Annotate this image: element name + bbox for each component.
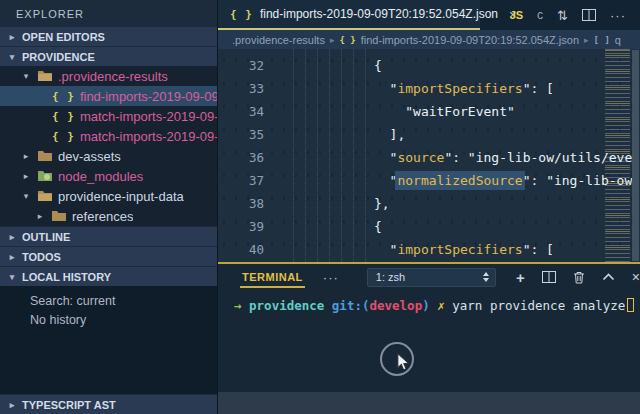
json-file-icon: { } [52, 130, 75, 143]
split-terminal-icon[interactable] [542, 271, 556, 283]
chevron-down-icon: ▾ [6, 272, 18, 282]
prompt-dir: providence [242, 298, 332, 313]
terminal-prompt-line: → providence git:(develop) ✗ yarn provid… [218, 290, 640, 313]
terminal-header: TERMINAL ··· 1: zsh + × [218, 264, 640, 290]
split-editor-icon[interactable] [582, 9, 596, 21]
terminal-actions: + × [516, 270, 640, 285]
tree-item-find-imports[interactable]: { } find-imports-2019-09-09T20... [0, 86, 217, 106]
chevron-down-icon: ▾ [6, 52, 18, 62]
line-number: 35 [218, 123, 280, 146]
terminal-select[interactable]: 1: zsh [367, 268, 496, 287]
bottom-strip [218, 392, 640, 414]
tab-terminal[interactable]: TERMINAL [240, 267, 305, 288]
json-file-icon: { } [339, 35, 355, 45]
vscode-window: EXPLORER ▸ OPEN EDITORS ▾ PROVIDENCE ▾ .… [0, 0, 640, 414]
json-file-icon: { } [230, 8, 253, 21]
breadcrumb-symbol[interactable]: q [615, 34, 621, 46]
tree-item-providence-results[interactable]: ▾ .providence-results [0, 66, 217, 86]
c-icon[interactable]: c [537, 8, 543, 22]
folder-npm-icon [37, 170, 53, 182]
editor-group: { } find-imports-2019-09-09T20:19:52.054… [218, 0, 640, 414]
code-line[interactable]: 35 ], [218, 123, 640, 146]
chevron-right-icon: ▸ [6, 400, 18, 410]
tab-title: find-imports-2019-09-09T20:19:52.054Z.js… [260, 7, 498, 21]
kill-terminal-trash-icon[interactable] [573, 271, 585, 284]
code-line[interactable]: 36 "source": "ing-lib-ow/utils/eve [218, 146, 640, 169]
tab-bar: { } find-imports-2019-09-09T20:19:52.054… [218, 0, 640, 30]
prompt-arrow: → [234, 298, 242, 313]
tree-item-match-imports-1[interactable]: { } match-imports-2019-09-09T... [0, 106, 217, 126]
code-lines: 32 { 33 "importSpecifiers": [ 34 "waitFo… [218, 49, 640, 261]
explorer-sidebar: EXPLORER ▸ OPEN EDITORS ▾ PROVIDENCE ▾ .… [0, 0, 218, 414]
breadcrumb: .providence-results ▸ { } find-imports-2… [218, 30, 640, 49]
new-terminal-icon[interactable]: + [516, 270, 525, 285]
editor-scrollbar[interactable] [631, 50, 640, 261]
highlighted-word: normalizedSource [397, 173, 522, 188]
line-number: 32 [218, 54, 280, 77]
chevron-right-icon: ▸ [20, 151, 32, 161]
local-history-search[interactable]: Search: current [0, 292, 217, 311]
sidebar-spacer [0, 332, 217, 394]
code-line[interactable]: 38 }, [218, 192, 640, 215]
breadcrumb-file[interactable]: find-imports-2019-09-09T20:19:52.054Z.js… [361, 34, 579, 46]
tree-item-node-modules[interactable]: ▸ node_modules [0, 166, 217, 186]
line-number: 40 [218, 238, 280, 261]
file-tree: ▾ .providence-results { } find-imports-2… [0, 66, 217, 226]
chevron-right-icon: ▸ [330, 35, 335, 45]
code-line[interactable]: 34 "waitForEvent" [218, 100, 640, 123]
close-panel-icon[interactable]: × [632, 270, 640, 284]
tree-item-references[interactable]: ▸ references [0, 206, 217, 226]
line-number: 38 [218, 192, 280, 215]
line-number: 36 [218, 146, 280, 169]
minimap[interactable] [605, 49, 630, 262]
line-number: 33 [218, 77, 280, 100]
chevron-down-icon: ▾ [20, 191, 32, 201]
editor-actions: JS c ⇅ ··· [488, 0, 640, 30]
section-todos[interactable]: ▸ TODOS [0, 246, 217, 266]
more-actions-icon[interactable]: ··· [610, 8, 626, 23]
folder-open-icon [37, 190, 53, 202]
json-file-icon: { } [52, 110, 75, 123]
code-line[interactable]: 40 "importSpecifiers": [ [218, 238, 640, 261]
git-dirty-marker: ✗ [430, 298, 445, 313]
line-number: 34 [218, 100, 280, 123]
terminal[interactable]: → providence git:(develop) ✗ yarn provid… [218, 290, 640, 392]
chevron-right-icon: ▸ [20, 171, 32, 181]
chevron-down-icon: ▾ [20, 71, 32, 81]
json-file-icon: { } [52, 90, 75, 103]
js-icon[interactable]: JS [510, 9, 523, 21]
tree-item-providence-input-data[interactable]: ▾ providence-input-data [0, 186, 217, 206]
scrollbar-thumb[interactable] [632, 50, 639, 261]
sidebar-title: EXPLORER [0, 0, 217, 26]
maximize-panel-chevron-icon[interactable] [602, 273, 615, 281]
code-line[interactable]: 33 "importSpecifiers": [ [218, 77, 640, 100]
folder-icon [37, 150, 53, 162]
breadcrumb-folder[interactable]: .providence-results [232, 34, 325, 46]
folder-icon [51, 210, 67, 222]
git-branch: develop [369, 298, 422, 313]
sync-icon[interactable]: ⇅ [557, 8, 568, 23]
terminal-command: yarn providence analyze [445, 298, 626, 313]
more-icon[interactable]: ··· [323, 270, 339, 285]
section-local-history[interactable]: ▾ LOCAL HISTORY [0, 266, 217, 286]
section-outline[interactable]: ▸ OUTLINE [0, 226, 217, 246]
folder-open-icon [37, 70, 53, 82]
section-providence[interactable]: ▾ PROVIDENCE [0, 46, 217, 66]
code-editor[interactable]: 32 { 33 "importSpecifiers": [ 34 "waitFo… [218, 49, 640, 262]
terminal-cursor [627, 298, 634, 312]
code-line[interactable]: 37 "normalizedSource": "ing-lib-ow [218, 169, 640, 192]
section-typescript-ast[interactable]: ▸ TYPESCRIPT AST [0, 394, 217, 414]
chevron-right-icon: ▸ [6, 252, 18, 262]
tree-item-dev-assets[interactable]: ▸ dev-assets [0, 146, 217, 166]
section-open-editors[interactable]: ▸ OPEN EDITORS [0, 26, 217, 46]
chevron-right-icon: ▸ [584, 35, 589, 45]
select-arrows-icon [483, 272, 489, 282]
line-number: 39 [218, 215, 280, 238]
code-line[interactable]: 39 { [218, 215, 640, 238]
code-line[interactable]: 32 { [218, 54, 640, 77]
tab-find-imports-json[interactable]: { } find-imports-2019-09-09T20:19:52.054… [218, 0, 480, 30]
line-number: 37 [218, 169, 280, 192]
tree-item-match-imports-2[interactable]: { } match-imports-2019-09-09T... [0, 126, 217, 146]
chevron-right-icon: ▸ [6, 232, 18, 242]
chevron-right-icon: ▸ [34, 211, 46, 221]
